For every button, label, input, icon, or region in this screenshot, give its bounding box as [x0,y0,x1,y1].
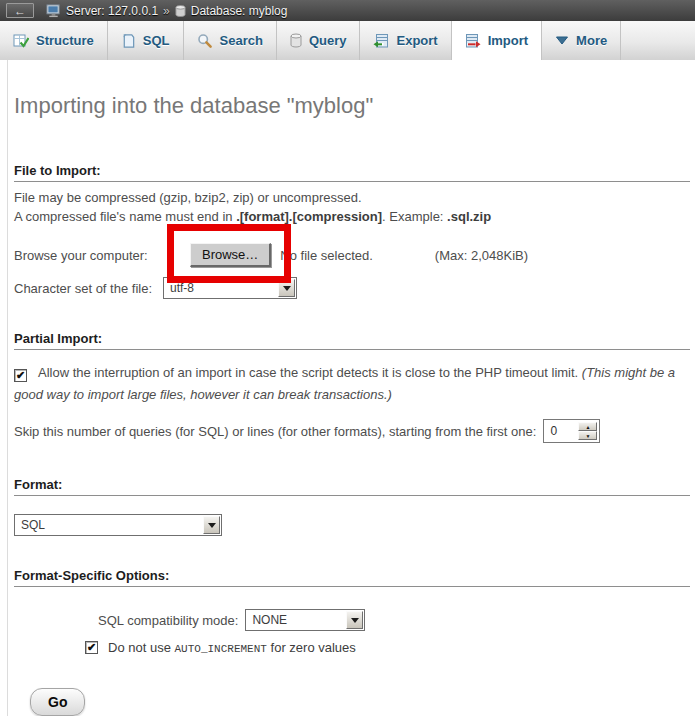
browse-button-wrapper: Browse… [190,243,271,267]
allow-interruption-checkbox[interactable]: ✔ [14,369,27,382]
browse-row: Browse your computer: Browse… No file se… [14,243,695,267]
tab-search[interactable]: Search [184,21,277,60]
tab-query[interactable]: Query [277,21,361,60]
export-icon [373,33,389,49]
tab-label: SQL [143,33,170,48]
charset-label: Character set of the file: [14,281,163,296]
sql-compatibility-value: NONE [247,611,346,629]
autoinc-prefix: Do not use [108,640,175,655]
tab-bar: Structure SQL Search [0,21,695,60]
compression-note-line2: A compressed file's name must end in .[f… [14,208,695,225]
phpmyadmin-import-page: ← Server: 127.0.0.1 » Database: myblog [0,0,695,716]
go-button[interactable]: Go [30,688,85,716]
charset-select-arrow[interactable] [278,279,295,297]
tab-label: More [576,33,607,48]
tab-label: Query [309,33,347,48]
tab-label: Search [220,33,263,48]
sql-compatibility-select[interactable]: NONE [245,609,365,631]
dropdown-arrow-icon [351,618,359,623]
note-mid: . Example: [382,209,447,224]
tab-sql[interactable]: SQL [108,21,184,60]
autoinc-suffix: for zero values [267,640,356,655]
breadcrumb-bar: ← Server: 127.0.0.1 » Database: myblog [0,0,695,21]
tab-label: Import [488,33,528,48]
spinner-up-button[interactable]: ▲ [578,422,597,431]
browse-button[interactable]: Browse… [190,243,271,267]
database-icon [175,4,186,18]
back-arrow-icon: ← [14,5,26,17]
skip-queries-label: Skip this number of queries (for SQL) or… [14,424,536,439]
no-file-selected-text: No file selected. [280,248,373,263]
content-left-border [7,60,8,716]
breadcrumb-separator: » [163,4,170,18]
tab-label: Export [396,33,437,48]
import-icon [465,33,481,49]
page-title: Importing into the database "myblog" [14,60,695,119]
autoinc-code: AUTO_INCREMENT [175,643,267,655]
note-prefix: A compressed file's name must end in [14,209,236,224]
sql-compatibility-row: SQL compatibility mode: NONE [98,608,695,632]
charset-select[interactable]: utf-8 [163,277,297,299]
allow-interruption-text: Allow the interruption of an import in c… [38,365,582,380]
note-example: .sql.zip [447,209,491,224]
structure-icon [13,33,29,49]
format-select-row: SQL [14,514,695,536]
format-select-value: SQL [16,516,203,534]
format-select-arrow[interactable] [203,516,220,534]
sql-compatibility-arrow[interactable] [346,611,363,629]
allow-interruption-row: ✔Allow the interruption of an import in … [14,362,690,406]
import-content: Importing into the database "myblog" Fil… [0,60,695,716]
search-icon [197,33,213,49]
tab-structure[interactable]: Structure [0,21,108,60]
browse-label: Browse your computer: [14,248,164,263]
auto-increment-label: Do not use AUTO_INCREMENT for zero value… [108,640,356,655]
section-heading-partial-import: Partial Import: [14,331,690,350]
server-icon [46,4,61,18]
format-select[interactable]: SQL [14,514,222,536]
spinner: ▲ ▼ [578,422,597,440]
query-icon [290,33,302,48]
auto-increment-row: ✔ Do not use AUTO_INCREMENT for zero val… [85,640,695,655]
back-button[interactable]: ← [6,3,34,18]
charset-row: Character set of the file: utf-8 [14,276,695,300]
note-format-pattern: .[format].[compression] [236,209,382,224]
charset-select-value: utf-8 [165,279,278,297]
auto-increment-checkbox[interactable]: ✔ [85,641,98,654]
tab-more[interactable]: More [542,21,621,60]
dropdown-arrow-icon [208,523,216,528]
breadcrumb-server[interactable]: Server: 127.0.0.1 [66,4,158,18]
breadcrumb: Server: 127.0.0.1 » Database: myblog [46,4,287,18]
skip-queries-value[interactable]: 0 [546,422,578,440]
section-heading-format: Format: [14,477,690,496]
tab-import[interactable]: Import [452,21,542,60]
chevron-down-icon [555,36,569,45]
spinner-down-button[interactable]: ▼ [578,431,597,440]
sql-icon [121,33,136,49]
sql-compatibility-label: SQL compatibility mode: [98,613,238,628]
tabbar-filler [621,21,695,60]
breadcrumb-database[interactable]: Database: myblog [191,4,288,18]
skip-queries-row: Skip this number of queries (for SQL) or… [14,419,695,443]
tab-export[interactable]: Export [360,21,451,60]
section-heading-file-to-import: File to Import: [14,163,690,182]
tab-label: Structure [36,33,94,48]
skip-queries-input[interactable]: 0 ▲ ▼ [543,419,600,443]
dropdown-arrow-icon [283,286,291,291]
max-size-text: (Max: 2,048KiB) [435,248,528,263]
compression-note-line1: File may be compressed (gzip, bzip2, zip… [14,189,695,206]
section-heading-format-options: Format-Specific Options: [14,568,690,587]
